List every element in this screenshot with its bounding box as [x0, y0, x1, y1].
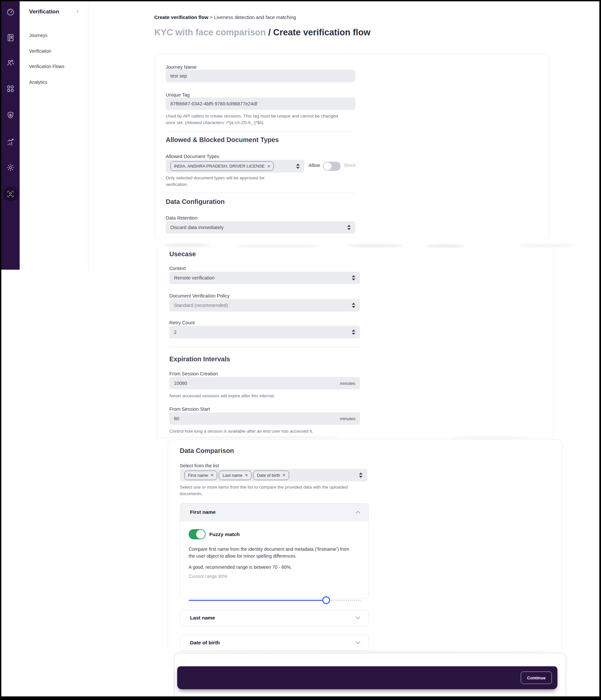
breadcrumb-rest: > Liveness detection and face matching — [208, 15, 296, 20]
close-icon[interactable]: ✕ — [267, 164, 270, 169]
accordion-date-of-birth-header[interactable]: Date of birth — [180, 635, 368, 651]
allow-block-toggle[interactable] — [323, 162, 341, 171]
comparison-chip-date-of-birth[interactable]: Date of birth ✕ — [253, 471, 289, 480]
comparison-help: Select one or more items from the list t… — [180, 484, 363, 497]
data-comparison-card: Data Comparison Select from the list Fir… — [168, 440, 562, 652]
accordion-first-name-body: Fuzzy match Compare first name from the … — [180, 521, 368, 579]
fuzzy-match-toggle[interactable] — [189, 529, 206, 539]
doc-type-chip[interactable]: INDIA, ANDHRA PRADESH, DRIVER LICENSE ✕ — [170, 161, 274, 171]
page-title: KYC with face comparison / Create verifi… — [154, 27, 370, 38]
verification-sidebar: Verification ‹ Journeys Verification Ver… — [20, 1, 89, 271]
shield-lock-icon[interactable] — [1, 109, 20, 122]
divider — [166, 193, 355, 193]
breadcrumb: Create verification flow > Liveness dete… — [154, 15, 296, 20]
primary-nav-rail — [1, 1, 20, 270]
divider — [166, 131, 355, 132]
divider — [169, 347, 360, 347]
screenshot-border — [0, 0, 1, 700]
data-retention-value: Discard data immediately — [170, 225, 344, 230]
page-title-flow: / Create verification flow — [266, 27, 371, 37]
recommended-range-note: A good, recommended range is between 70 … — [189, 565, 360, 570]
session-creation-help: Never accessed sessions will expire afte… — [169, 393, 353, 399]
face-scan-icon[interactable] — [3, 186, 18, 202]
breadcrumb-current[interactable]: Create verification flow — [154, 15, 208, 20]
footer-action-bar: Continue — [177, 666, 557, 689]
sidebar-item-analytics[interactable]: Analytics — [29, 80, 47, 85]
data-retention-select[interactable]: Discard data immediately — [166, 221, 355, 234]
comparison-multiselect[interactable]: First name ✕ Last name ✕ Date of birth ✕ — [180, 469, 367, 481]
doc-verification-policy-value: Standard (recommended) — [174, 303, 349, 308]
toggle-knob — [196, 530, 205, 539]
accordion-last-name: Last name — [180, 610, 369, 626]
accordion-last-name-header[interactable]: Last name — [180, 610, 368, 626]
chevron-up-icon[interactable] — [355, 510, 361, 514]
fuzzy-match-description: Compare first name from the identity doc… — [189, 546, 356, 559]
slider-remainder — [331, 600, 361, 601]
accordion-title: Date of birth — [190, 640, 220, 646]
sidebar-item-verification-flows[interactable]: Verification Flows — [29, 64, 64, 69]
sidebar-item-journeys[interactable]: Journeys — [29, 33, 47, 38]
chip-label: Last name — [222, 473, 242, 478]
fuzzy-range-slider[interactable] — [189, 596, 361, 604]
screenshot-border — [599, 0, 601, 700]
apps-icon[interactable] — [1, 82, 20, 95]
team-icon[interactable] — [1, 56, 20, 69]
app-window: Verification ‹ Journeys Verification Ver… — [0, 0, 601, 700]
stepper-icon[interactable] — [296, 164, 300, 169]
session-creation-input[interactable]: 10080 minutes — [169, 377, 360, 390]
accordion-first-name-header[interactable]: First name — [180, 503, 368, 521]
journey-settings-card: Journey Name test sep Unique Tag 87f6668… — [154, 53, 549, 237]
journal-icon[interactable] — [1, 31, 20, 44]
chip-label: Date of birth — [257, 473, 280, 478]
session-start-label: From Session Start — [169, 406, 210, 412]
chevron-down-icon[interactable] — [355, 616, 361, 620]
retry-count-select[interactable]: 2 — [169, 326, 360, 339]
analytics-icon[interactable] — [1, 135, 20, 149]
session-creation-value: 10080 — [174, 381, 340, 386]
comparison-chip-last-name[interactable]: Last name ✕ — [219, 471, 251, 480]
close-icon[interactable]: ✕ — [245, 473, 248, 477]
select-from-list-label: Select from the list — [180, 463, 219, 468]
session-start-help: Control how long a session is available … — [169, 428, 366, 434]
chevron-down-icon[interactable] — [355, 641, 361, 644]
retry-count-value: 2 — [174, 329, 349, 335]
allowed-doc-types-select[interactable]: INDIA, ANDHRA PRADESH, DRIVER LICENSE ✕ — [166, 160, 304, 172]
expiration-heading: Expiration Intervals — [169, 355, 230, 363]
doc-verification-policy-select[interactable]: Standard (recommended) — [169, 299, 360, 311]
stepper-icon[interactable] — [352, 329, 355, 335]
data-retention-label: Data Retention — [166, 215, 197, 221]
chip-label: First name — [188, 473, 208, 478]
sidebar-title: Verification — [29, 8, 59, 15]
journey-name-input[interactable]: test sep — [166, 70, 355, 82]
context-select[interactable]: Remote verification — [169, 272, 360, 284]
session-start-input[interactable]: 60 minutes — [169, 412, 360, 425]
continue-button[interactable]: Continue — [521, 672, 552, 684]
data-comparison-heading: Data Comparison — [180, 447, 234, 454]
session-start-unit: minutes — [340, 416, 355, 421]
usecase-card: Usecase Context Remote verification Docu… — [157, 248, 554, 437]
settings-icon[interactable] — [1, 161, 20, 174]
session-start-value: 60 — [174, 416, 340, 421]
allowed-doc-types-label: Allowed Document Types — [166, 154, 219, 159]
stitch-artifact — [178, 651, 555, 653]
accordion-date-of-birth: Date of birth — [180, 634, 369, 651]
page-title-journey: KYC with face comparison — [154, 27, 266, 37]
close-icon[interactable]: ✕ — [282, 473, 286, 477]
allow-label: Allow — [309, 162, 320, 168]
session-creation-label: From Session Creation — [169, 371, 218, 376]
stepper-icon[interactable] — [352, 303, 355, 308]
slider-knob[interactable] — [322, 596, 330, 604]
stepper-icon[interactable] — [347, 225, 351, 230]
chevron-left-icon[interactable]: ‹ — [77, 8, 79, 15]
accordion-title: Last name — [190, 615, 215, 621]
stepper-icon[interactable] — [359, 473, 363, 478]
doc-types-heading: Allowed & Blocked Document Types — [166, 136, 279, 144]
gauge-icon[interactable] — [1, 5, 20, 19]
stitch-artifact — [347, 244, 403, 247]
comparison-chip-first-name[interactable]: First name ✕ — [185, 471, 217, 480]
close-icon[interactable]: ✕ — [210, 473, 214, 477]
doc-verification-policy-label: Document Verification Policy — [169, 293, 230, 298]
stepper-icon[interactable] — [352, 275, 355, 280]
unique-tag-input[interactable]: 87f66687-0342-4bf5-9780-b396877e24df — [166, 98, 355, 110]
sidebar-item-verification[interactable]: Verification — [29, 49, 51, 54]
